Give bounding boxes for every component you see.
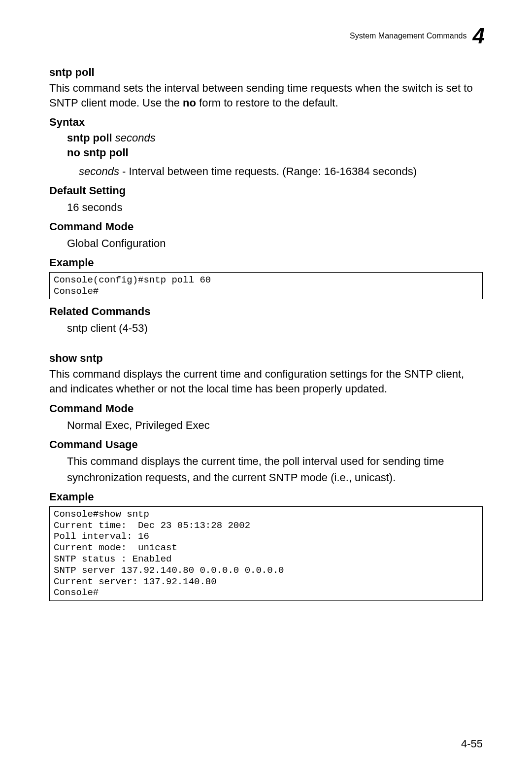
command-mode-heading-1: Command Mode	[49, 220, 483, 233]
desc-part2: form to restore to the default.	[196, 97, 338, 109]
chapter-number: 4	[473, 24, 485, 48]
command-title-show-sntp: show sntp	[49, 352, 483, 365]
default-setting-value: 16 seconds	[67, 199, 483, 215]
syntax-arg: seconds	[115, 132, 156, 144]
desc-bold-no: no	[183, 97, 196, 109]
syntax-keyword-no: no sntp poll	[67, 146, 129, 159]
param-desc: - Interval between time requests. (Range…	[119, 165, 417, 177]
page-header: System Management Commands 4	[49, 24, 483, 48]
page-number: 4-55	[461, 738, 483, 750]
default-setting-heading: Default Setting	[49, 184, 483, 197]
command-usage-value: This command displays the current time, …	[67, 453, 483, 486]
command-description-show-sntp: This command displays the current time a…	[49, 367, 483, 396]
related-commands-heading: Related Commands	[49, 305, 483, 318]
header-title: System Management Commands	[350, 32, 466, 40]
command-mode-heading-2: Command Mode	[49, 402, 483, 415]
command-description-sntp-poll: This command sets the interval between s…	[49, 81, 483, 110]
example-heading-2: Example	[49, 491, 483, 503]
command-title-sntp-poll: sntp poll	[49, 66, 483, 79]
syntax-param: seconds - Interval between time requests…	[79, 163, 483, 179]
example-code-1: Console(config)#sntp poll 60 Console#	[49, 272, 483, 300]
related-commands-value: sntp client (4-53)	[67, 320, 483, 336]
example-heading-1: Example	[49, 256, 483, 269]
command-mode-value-2: Normal Exec, Privileged Exec	[67, 417, 483, 433]
syntax-line-1: sntp poll seconds	[67, 131, 483, 145]
example-code-2: Console#show sntp Current time: Dec 23 0…	[49, 506, 483, 601]
syntax-line-2: no sntp poll	[67, 145, 483, 160]
syntax-heading: Syntax	[49, 116, 483, 129]
syntax-keyword: sntp poll	[67, 132, 112, 144]
command-mode-value-1: Global Configuration	[67, 235, 483, 251]
command-usage-heading: Command Usage	[49, 438, 483, 451]
param-name: seconds	[79, 165, 119, 177]
